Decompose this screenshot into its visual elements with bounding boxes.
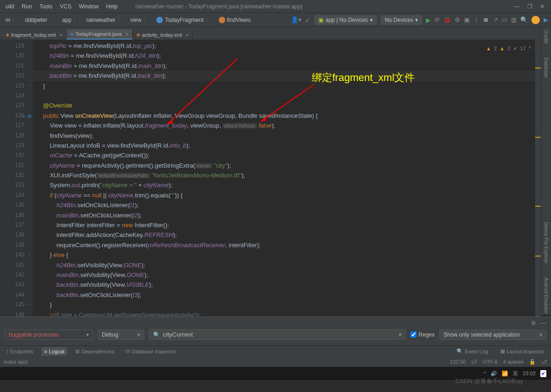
maximize-icon[interactable]: ❐ <box>527 3 532 10</box>
line-ending[interactable]: LF <box>471 359 477 365</box>
menu-build[interactable]: uild <box>2 3 18 10</box>
play-icon[interactable]: ▶ <box>544 16 548 23</box>
inspections[interactable]: ▲2 ▲2 ✔17 ^⌄ <box>486 44 538 54</box>
crumb-4[interactable]: view〉 <box>128 16 154 24</box>
more-icon[interactable]: ⋮ <box>473 16 479 23</box>
lock-icon[interactable]: 🔓 <box>529 359 536 365</box>
collapse-icon[interactable]: — <box>541 320 546 326</box>
crumb-1[interactable]: dddpeter〉 <box>22 16 59 24</box>
search-input[interactable] <box>163 331 396 338</box>
tab-today-fragment[interactable]: ●TodayFragment.java× <box>67 29 133 40</box>
endpoints-tab[interactable]: ⟟Endpoints <box>4 347 36 356</box>
gutter: 119 120 121 122 123⌃ 124 125 126 ○↑ @ 12… <box>0 40 33 317</box>
search-icon: 🔍 <box>153 331 160 338</box>
sdk-icon[interactable]: ▥ <box>511 16 517 23</box>
log-level-select[interactable]: Debug▾ <box>98 330 144 340</box>
warning-icon: ▲ <box>486 44 491 54</box>
log-search[interactable]: 🔍 × <box>149 329 406 340</box>
sync-icon[interactable]: ↙ <box>305 16 310 23</box>
close-icon[interactable]: ✕ <box>540 3 544 10</box>
encoding[interactable]: UTF-8 <box>483 359 497 365</box>
tab-activity-xml[interactable]: ◈activity_today.xml× <box>133 30 193 40</box>
status-left: nutes ago) <box>4 359 28 365</box>
window-title: rainweather-master - TodayFragment.java … <box>135 3 302 10</box>
navbar: m〉 dddpeter〉 app〉 rainweather〉 view〉 Tod… <box>0 13 551 27</box>
build-icon[interactable]: ↗ <box>493 16 498 23</box>
gear-icon[interactable]: ⚙ <box>531 320 536 326</box>
device-select[interactable]: No Devices▾ <box>381 15 422 25</box>
filter-select[interactable]: Show only selected application▾ <box>439 330 546 340</box>
clock[interactable]: 23:02 <box>523 371 536 376</box>
db-inspector-tab[interactable]: ⛁Database Inspector <box>123 347 179 356</box>
warning-icon: ▲ <box>500 44 505 54</box>
check-icon: ✔ <box>513 44 517 54</box>
search-icon[interactable]: 🔍 <box>520 16 528 23</box>
code-editor[interactable]: topPic = me.findViewById(R.id.top_pic); … <box>33 40 551 317</box>
database-tool[interactable]: Database <box>544 58 549 78</box>
regex-checkbox[interactable]: Regex <box>410 331 435 338</box>
bottom-tool-tabs: ⟟Endpoints ≡Logcat ⊞Dependencies ⛁Databa… <box>0 345 551 357</box>
device-explorer-tool[interactable]: Device File Explorer <box>544 222 549 264</box>
status-bar: nutes ago) 122:50 LF UTF-8 4 spaces 🔓 ⎇ <box>0 357 551 367</box>
run-config-select[interactable]: ▣app | No Devices▾ <box>314 15 376 25</box>
git-icon[interactable]: ⎇ <box>541 359 547 365</box>
close-tab-icon[interactable]: × <box>60 32 62 38</box>
gradle-tool[interactable]: Gradle <box>544 30 549 44</box>
process-select[interactable]: buggable processes▾ <box>5 330 93 340</box>
menubar: uild Run Tools VCS Window Help rainweath… <box>0 0 551 13</box>
sound-icon[interactable]: 🔊 <box>491 371 497 377</box>
event-log-tab[interactable]: 🔍Event Log <box>454 347 491 356</box>
logcat-tab[interactable]: ≡Logcat <box>41 347 67 356</box>
close-tab-icon[interactable]: × <box>126 31 128 37</box>
rerun-icon[interactable]: ⟳ <box>435 16 440 23</box>
wifi-icon[interactable]: 📶 <box>502 371 508 377</box>
crumb-2[interactable]: app〉 <box>59 16 83 24</box>
dependencies-tab[interactable]: ⊞Dependencies <box>73 347 117 356</box>
stop-icon[interactable]: ⏹ <box>483 16 489 23</box>
editor-container: 119 120 121 122 123⌃ 124 125 126 ○↑ @ 12… <box>0 40 551 317</box>
cursor-pos[interactable]: 122:50 <box>450 359 466 365</box>
tab-fragment-xml[interactable]: ◈fragment_today.xml× <box>2 30 67 40</box>
close-tab-icon[interactable]: × <box>186 32 188 38</box>
editor-tabs: ◈fragment_today.xml× ●TodayFragment.java… <box>0 27 551 40</box>
layout-inspector-tab[interactable]: ▦Layout Inspector <box>497 347 547 356</box>
profile-icon[interactable]: ⚙ <box>455 16 460 23</box>
tray-up-icon[interactable]: ^ <box>484 371 486 376</box>
menu-tools[interactable]: Tools <box>36 3 56 10</box>
minimize-icon[interactable]: — <box>514 3 520 10</box>
annotation-overlay: 绑定fragment_xml文件 <box>312 73 415 82</box>
crumb-class[interactable]: TodayFragment〉 <box>154 16 215 24</box>
indent[interactable]: 4 spaces <box>503 359 524 365</box>
debug-icon[interactable]: 🐞 <box>443 16 451 23</box>
avd-icon[interactable]: ▭ <box>502 16 507 23</box>
crumb-method[interactable]: findViwes <box>216 17 254 23</box>
watermark: CSDN @青春不LAO和ay <box>456 377 523 385</box>
attach-icon[interactable]: ▣ <box>464 16 470 23</box>
shield-icon[interactable]: ✔ <box>540 370 546 377</box>
menu-window[interactable]: Window <box>75 3 102 10</box>
menu-run[interactable]: Run <box>18 3 36 10</box>
user-icon[interactable]: 👤▾ <box>291 16 302 23</box>
scrollbar[interactable] <box>535 40 541 317</box>
menu-vcs[interactable]: VCS <box>56 3 75 10</box>
crumb-3[interactable]: rainweather〉 <box>83 16 128 24</box>
logcat-panel: ⚙ — buggable processes▾ Debug▾ 🔍 × Regex… <box>0 317 551 345</box>
crumb-root[interactable]: m〉 <box>3 16 22 24</box>
ime-indicator[interactable]: 英 <box>513 370 518 377</box>
notifications-icon[interactable] <box>531 16 540 24</box>
menu-help[interactable]: Help <box>102 3 121 10</box>
clear-icon[interactable]: × <box>398 331 402 338</box>
run-icon[interactable]: ▶ <box>426 16 431 24</box>
right-toolbar: Gradle Database Device File Explorer And… <box>541 26 551 315</box>
emulator-tool[interactable]: Android Emulator <box>544 277 549 313</box>
